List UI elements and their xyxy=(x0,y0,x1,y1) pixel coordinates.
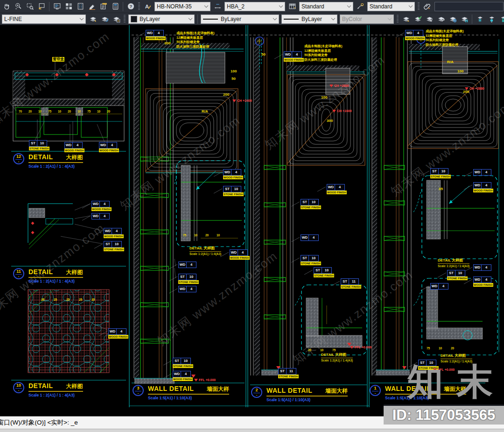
multileader-style-dropdown[interactable]: Standard xyxy=(367,2,415,11)
zoom-realtime-icon[interactable] xyxy=(13,1,24,12)
table-style-dropdown-value: Standard xyxy=(301,3,345,10)
chevron-down-icon xyxy=(80,16,84,20)
text-style-icon[interactable]: A xyxy=(142,1,153,12)
linetype-dropdown[interactable]: ByLayer xyxy=(201,14,279,24)
znzmo-watermark: 知末 xyxy=(407,358,504,407)
toolbar-grip[interactable] xyxy=(418,2,420,11)
lineweight-dropdown-value: ByLayer xyxy=(301,16,329,22)
toolbar-grip[interactable] xyxy=(124,15,126,23)
text-style-dropdown[interactable]: HB-NORM-35 xyxy=(154,2,210,11)
dimension-style-dropdown-value: HBA_2 xyxy=(227,3,277,10)
text-style-dropdown-value: HB-NORM-35 xyxy=(157,3,203,10)
lineweight-dropdown[interactable]: ByLayer xyxy=(281,14,337,24)
chevron-down-icon xyxy=(347,3,351,7)
table-style-icon[interactable] xyxy=(287,1,298,12)
toolbar-layers-properties: L-FINEByLayerByLayerByLayerByColor xyxy=(0,13,504,25)
color-dropdown[interactable]: ByLayer xyxy=(128,14,195,24)
autocad-window: ?AHB-NORM-35HBA_2StandardStandard L-FINE… xyxy=(0,0,504,432)
quick-text-input[interactable] xyxy=(434,2,504,11)
toolbar-standard: ?AHB-NORM-35HBA_2StandardStandard xyxy=(0,0,504,13)
chevron-down-icon xyxy=(388,16,392,20)
id-watermark-text: ID: 1157053565 xyxy=(392,407,496,424)
color-swatch xyxy=(131,16,137,22)
layer-off-icon[interactable] xyxy=(459,14,470,24)
layer-dropdown[interactable]: L-FINE xyxy=(2,14,86,24)
cad-canvas[interactable]: 知末网 www.znzmo.com知末网 www.znzmo.com知末网 ww… xyxy=(0,25,504,416)
help-icon[interactable]: ? xyxy=(125,1,136,12)
linetype-sample xyxy=(203,19,218,20)
plot-style-dropdown-value: ByColor xyxy=(342,16,386,22)
id-watermark: ID: 1157053565 xyxy=(384,404,504,425)
color-dropdown-value: ByLayer xyxy=(140,16,187,22)
attach-reference-icon[interactable] xyxy=(421,1,433,12)
linetype-dropdown-value: ByLayer xyxy=(221,16,271,22)
toolbar-separator xyxy=(472,14,472,24)
layer-properties-manager-icon[interactable] xyxy=(111,14,122,24)
layer-walk-icon[interactable] xyxy=(400,14,412,24)
toolbar-separator xyxy=(197,14,198,24)
table-style-dropdown[interactable]: Standard xyxy=(299,2,353,11)
markup-set-manager-icon[interactable] xyxy=(86,1,98,12)
toolbar-grip[interactable] xyxy=(138,2,140,11)
bottom-strip xyxy=(0,429,504,432)
tool-palettes-icon[interactable] xyxy=(98,1,109,12)
chevron-down-icon xyxy=(189,16,192,20)
layer-on-icon[interactable] xyxy=(412,14,423,24)
multileader-style-dropdown-value: Standard xyxy=(370,3,407,10)
toolbar-separator xyxy=(123,2,123,11)
plot-style-dropdown[interactable]: ByColor xyxy=(340,14,394,24)
make-object-layer-current-icon[interactable] xyxy=(87,14,98,24)
lock-layer-icon[interactable] xyxy=(497,14,504,24)
layer-previous-icon[interactable] xyxy=(99,14,110,24)
layer-dropdown-value: L-FINE xyxy=(4,16,78,22)
svg-text:?: ? xyxy=(129,4,132,9)
chevron-down-icon xyxy=(279,3,283,7)
dimension-style-dropdown[interactable]: HBA_2 xyxy=(224,2,285,11)
layer-unisolate-icon[interactable] xyxy=(435,14,447,24)
toolbar-grip[interactable] xyxy=(397,15,399,23)
layer-isolate-icon[interactable] xyxy=(424,14,435,24)
properties-palette-icon[interactable] xyxy=(51,1,63,12)
pan-icon[interactable] xyxy=(1,1,12,12)
linetype-sample xyxy=(284,19,299,20)
chevron-down-icon xyxy=(204,3,208,7)
multileader-style-icon[interactable] xyxy=(355,1,366,12)
layer-lamp-icon[interactable] xyxy=(486,14,497,24)
dimension-style-icon[interactable] xyxy=(212,1,223,12)
design-center-icon[interactable] xyxy=(63,1,74,12)
quick-calc-icon[interactable] xyxy=(110,1,121,12)
zoom-window-icon[interactable] xyxy=(24,1,35,12)
chevron-down-icon xyxy=(273,16,277,20)
zoom-previous-icon[interactable] xyxy=(36,1,47,12)
command-line-text: 窗口(W)/对象(O)] <实时>: _e xyxy=(0,418,78,427)
chevron-down-icon xyxy=(331,16,335,20)
layer-freeze-other-icon[interactable] xyxy=(447,14,458,24)
toolbar-separator xyxy=(49,2,49,11)
freeze-icon[interactable] xyxy=(474,14,485,24)
chevron-down-icon xyxy=(409,3,413,7)
sheet-set-manager-icon[interactable] xyxy=(75,1,86,12)
